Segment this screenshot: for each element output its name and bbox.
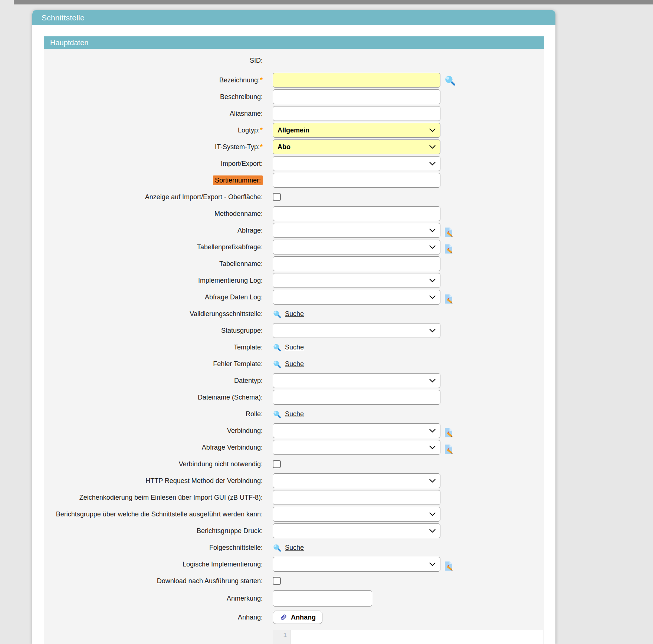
select-dropdown[interactable] [273, 240, 440, 254]
select-dropdown[interactable] [273, 557, 440, 572]
search-icon[interactable] [273, 543, 281, 552]
form-row-anhang: Anhang: Anhang [44, 608, 544, 626]
form-row-datentyp: Datentyp: [44, 373, 544, 388]
form-row-folgeschnittstelle: Folgeschnittstelle: Suche [44, 540, 544, 555]
select-dropdown[interactable] [273, 273, 440, 288]
required-asterisk: * [260, 76, 263, 84]
select-dropdown[interactable] [273, 290, 440, 305]
search-link[interactable]: Suche [285, 310, 304, 318]
field-label: Berichtsgruppe über welche die Schnittst… [56, 510, 263, 518]
text-input[interactable] [273, 590, 372, 607]
form-row-tabellenprefixabfrage: Tabellenprefixabfrage: [44, 240, 544, 254]
chevron-down-icon [429, 295, 436, 299]
search-icon[interactable] [273, 343, 281, 352]
field-label: Folgeschnittstelle: [209, 544, 263, 551]
form-row-http_request_method: HTTP Request Method der Verbindung: [44, 473, 544, 488]
form-row-sortiernummer: Sortiernummer: [44, 173, 544, 188]
required-asterisk: * [260, 126, 263, 134]
form-row-abfrage: Abfrage: [44, 223, 544, 238]
form-row-anmerkung: Anmerkung: [44, 590, 544, 607]
schnittstelle-panel: Schnittstelle Hauptdaten SID: Bezeichnun… [32, 10, 555, 644]
text-input[interactable] [273, 73, 440, 88]
checkbox[interactable] [273, 577, 281, 585]
text-input[interactable] [273, 173, 440, 188]
search-icon[interactable] [444, 75, 456, 86]
field-label: Logische Implementierung: [183, 561, 263, 568]
text-input[interactable] [273, 256, 440, 271]
select-dropdown[interactable]: Abo [273, 139, 440, 154]
chevron-down-icon [429, 429, 436, 433]
field-label: SID: [250, 57, 263, 64]
select-dropdown[interactable] [273, 156, 440, 171]
search-icon[interactable] [273, 360, 281, 368]
select-value: Allgemein [278, 126, 309, 134]
field-control [273, 423, 544, 438]
text-input[interactable] [273, 390, 440, 405]
form-row-bezeichnung: Bezeichnung:* [44, 73, 544, 88]
form-row-berichtsgruppe_ausfuehrung: Berichtsgruppe über welche die Schnittst… [44, 507, 544, 522]
form-row-zeichenkodierung: Zeichenkodierung beim Einlesen über Impo… [44, 490, 544, 505]
text-input[interactable] [273, 89, 440, 104]
select-dropdown[interactable]: Allgemein [273, 123, 440, 138]
edit-query-icon[interactable] [443, 227, 454, 238]
checkbox[interactable] [273, 193, 281, 201]
select-dropdown[interactable] [273, 507, 440, 522]
field-control [273, 440, 544, 455]
field-control [273, 557, 544, 572]
attachment-icon [279, 613, 288, 621]
search-icon[interactable] [273, 410, 281, 418]
form-row-sid: SID: [44, 54, 544, 67]
search-link[interactable]: Suche [285, 360, 304, 368]
field-control [273, 256, 544, 271]
field-label: Validierungsschnittstelle: [190, 310, 263, 318]
field-control [273, 473, 544, 488]
attach-button[interactable]: Anhang [273, 611, 322, 624]
field-control [273, 590, 544, 607]
field-control [273, 173, 544, 188]
edit-query-icon[interactable] [443, 444, 454, 455]
form-row-anzeige_import_export_oberflaeche: Anzeige auf Import/Export - Oberfläche: [44, 190, 544, 204]
edit-query-icon[interactable] [443, 243, 454, 254]
search-link[interactable]: Suche [285, 544, 304, 552]
panel-body: Hauptdaten SID: Bezeichnung:* [32, 25, 555, 644]
select-dropdown[interactable] [273, 223, 440, 238]
field-label: Zeichenkodierung beim Einlesen über Impo… [79, 494, 263, 501]
field-label: Anmerkung: [227, 595, 263, 602]
text-input[interactable] [273, 106, 440, 121]
edit-query-icon[interactable] [443, 427, 454, 438]
field-control [273, 73, 544, 88]
field-label: Methodenname: [214, 210, 263, 217]
field-label: Logtyp: [238, 126, 260, 134]
field-label: Datentyp: [234, 377, 263, 384]
field-label: Template: [234, 344, 263, 351]
field-label: Anzeige auf Import/Export - Oberfläche: [145, 193, 263, 201]
text-input[interactable] [273, 490, 440, 505]
field-label: Tabellenprefixabfrage: [197, 243, 263, 251]
hauptdaten-form: SID: Bezeichnung:* [44, 49, 544, 644]
field-control [273, 223, 544, 238]
field-control: Allgemein [273, 123, 544, 138]
text-input[interactable] [273, 206, 440, 221]
form-row-tabellenname: Tabellenname: [44, 256, 544, 271]
select-dropdown[interactable] [273, 323, 440, 338]
checkbox[interactable] [273, 460, 281, 468]
select-dropdown[interactable] [273, 440, 440, 455]
search-link[interactable]: Suche [285, 410, 304, 418]
chevron-down-icon [429, 529, 436, 533]
select-dropdown[interactable] [273, 373, 440, 388]
chevron-down-icon [429, 512, 436, 516]
select-dropdown[interactable] [273, 473, 440, 488]
edit-query-icon[interactable] [443, 293, 454, 305]
field-control [273, 460, 544, 468]
form-row-aliasname: Aliasname: [44, 106, 544, 121]
field-label: Download nach Ausführung starten: [157, 577, 263, 585]
field-label: Implementierung Log: [198, 277, 263, 284]
editor-text-area[interactable] [290, 630, 543, 644]
select-dropdown[interactable] [273, 523, 440, 538]
edit-query-icon[interactable] [443, 561, 454, 572]
search-link[interactable]: Suche [285, 344, 304, 351]
search-icon[interactable] [273, 310, 281, 318]
chevron-down-icon [429, 229, 436, 233]
field-label: Dateiname (Schema): [198, 394, 263, 401]
select-dropdown[interactable] [273, 423, 440, 438]
